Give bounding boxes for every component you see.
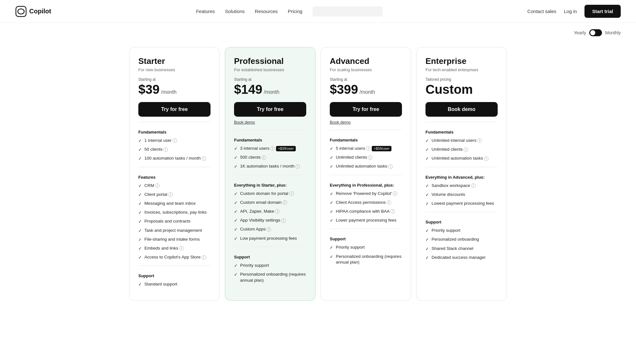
plan-cta-advanced[interactable]: Try for free	[330, 102, 402, 117]
section-title-2: Support	[234, 255, 306, 259]
feature-item: ✓ Messaging and team inbox	[138, 201, 211, 207]
check-icon: ✓	[425, 192, 429, 198]
check-icon: ✓	[138, 282, 142, 287]
info-icon[interactable]: i	[283, 200, 287, 205]
info-icon[interactable]: i	[477, 138, 482, 143]
info-icon[interactable]: i	[393, 191, 397, 196]
feature-item: ✓ 1 internal useri	[138, 138, 211, 144]
info-icon[interactable]: i	[266, 227, 271, 232]
feature-text: Unlimited clientsi	[336, 155, 372, 161]
plan-card-enterprise: Enterprise For tech-enabled enterprises …	[416, 47, 507, 301]
plan-price-label: Tailored pricing	[425, 77, 498, 82]
info-icon[interactable]: i	[270, 146, 275, 151]
feature-item: ✓ Personalized onboarding (requires annu…	[330, 254, 402, 266]
feature-item: ✓ 50 clientsi	[138, 147, 211, 153]
nav-solutions[interactable]: Solutions	[225, 9, 245, 14]
feature-item: ✓ CRMi	[138, 183, 211, 189]
feature-item: ✓ Invoices, subscriptions, pay links	[138, 209, 211, 216]
info-icon[interactable]: i	[388, 164, 393, 169]
feature-text: 100 automation tasks / monthi	[144, 155, 206, 161]
feature-item: ✓ Client portali	[138, 192, 211, 198]
plan-name: Starter	[138, 56, 211, 66]
feature-item: ✓ Volume discounts	[425, 192, 498, 198]
check-icon: ✓	[425, 201, 429, 207]
check-icon: ✓	[234, 272, 238, 278]
plan-price-label: Starting at	[234, 77, 306, 82]
plan-cta-enterprise[interactable]: Book demo	[425, 102, 498, 117]
section-divider	[425, 167, 498, 167]
plan-tagline: For established businesses	[234, 67, 306, 72]
section-title-1: Everything in Professional, plus:	[330, 183, 402, 188]
info-icon[interactable]: i	[387, 200, 391, 205]
feature-item: ✓ Personalized onboarding	[425, 237, 498, 243]
feature-item: ✓ HIPAA compliance with BAAi	[330, 209, 402, 215]
plan-cta-starter[interactable]: Try for free	[138, 102, 211, 117]
start-trial-button[interactable]: Start trial	[584, 5, 621, 18]
feature-text: App Visibility settingsi	[240, 217, 286, 223]
check-icon: ✓	[330, 146, 333, 152]
feature-item: ✓ Unlimited internal usersi	[425, 138, 498, 144]
info-icon[interactable]: i	[202, 156, 206, 161]
nav-features[interactable]: Features	[196, 9, 215, 14]
log-in-link[interactable]: Log in	[564, 9, 577, 14]
info-icon[interactable]: i	[471, 183, 476, 188]
plan-price: $149 /month	[234, 82, 306, 96]
feature-item: ✓ Personalized onboarding (requires annu…	[234, 271, 306, 284]
section-title-2: Support	[330, 237, 402, 241]
feature-text: Custom domain for portali	[240, 191, 294, 197]
feature-item: ✓ 1K automation tasks / monthi	[234, 163, 306, 169]
check-icon: ✓	[234, 146, 238, 152]
info-icon[interactable]: i	[391, 209, 395, 214]
logo[interactable]: Copilot	[15, 6, 51, 17]
section-title-0: Fundamentals	[330, 138, 402, 142]
contact-sales-link[interactable]: Contact sales	[527, 9, 556, 14]
info-icon[interactable]: i	[179, 246, 184, 251]
info-icon[interactable]: i	[262, 155, 266, 160]
section-title-2: Support	[138, 273, 211, 278]
nav-resources[interactable]: Resources	[255, 9, 278, 14]
feature-item: ✓ Priority support	[234, 263, 306, 269]
plan-cta-professional[interactable]: Try for free	[234, 102, 306, 117]
feature-item: ✓ Sandbox workspacei	[425, 183, 498, 189]
info-icon[interactable]: i	[173, 138, 177, 143]
feature-text: Messaging and team inbox	[144, 201, 196, 207]
section-title-0: Fundamentals	[425, 130, 498, 134]
billing-toggle-switch[interactable]	[589, 29, 602, 36]
check-icon: ✓	[138, 192, 142, 198]
feature-text: HIPAA compliance with BAAi	[336, 209, 395, 215]
pricing-grid: Starter For new businesses Starting at $…	[111, 39, 525, 319]
feature-item: ✓ Task and project management	[138, 228, 211, 234]
feature-item: ✓ Unlimited clientsi	[425, 147, 498, 153]
nav-search-bar	[313, 6, 383, 17]
section-divider	[425, 212, 498, 212]
info-icon[interactable]: i	[366, 146, 370, 151]
info-icon[interactable]: i	[295, 164, 300, 169]
info-icon[interactable]: i	[168, 192, 173, 197]
feature-list-1: ✓ Custom domain for portali ✓ Custom ema…	[234, 191, 306, 242]
info-icon[interactable]: i	[163, 148, 168, 152]
feature-item: ✓ Low payment processing fees	[234, 236, 306, 242]
info-icon[interactable]: i	[464, 148, 468, 152]
feature-item: ✓ Dedicated success manager	[425, 255, 498, 261]
info-icon[interactable]: i	[368, 155, 372, 160]
info-icon[interactable]: i	[275, 209, 280, 214]
nav-pricing[interactable]: Pricing	[288, 9, 302, 14]
check-icon: ✓	[234, 155, 238, 161]
book-demo-professional[interactable]: Book demo	[234, 120, 255, 125]
check-icon: ✓	[234, 164, 238, 169]
check-icon: ✓	[330, 164, 333, 169]
feature-text: Dedicated success manager	[432, 255, 486, 261]
feature-item: ✓ API, Zapier, Makei	[234, 209, 306, 215]
section-title-1: Features	[138, 175, 211, 180]
info-icon[interactable]: i	[289, 191, 294, 196]
info-icon[interactable]: i	[281, 218, 286, 223]
info-icon[interactable]: i	[202, 255, 206, 260]
book-demo-advanced[interactable]: Book demo	[330, 120, 351, 125]
feature-text: Priority support	[336, 244, 365, 251]
feature-tag: +$39/user	[276, 146, 295, 151]
feature-item: ✓ Unlimited automation tasksi	[425, 155, 498, 161]
plan-price: $399 /month	[330, 82, 402, 96]
info-icon[interactable]: i	[155, 183, 160, 188]
feature-text: 5 internal usersi+$59/user	[336, 146, 391, 152]
info-icon[interactable]: i	[484, 156, 488, 161]
